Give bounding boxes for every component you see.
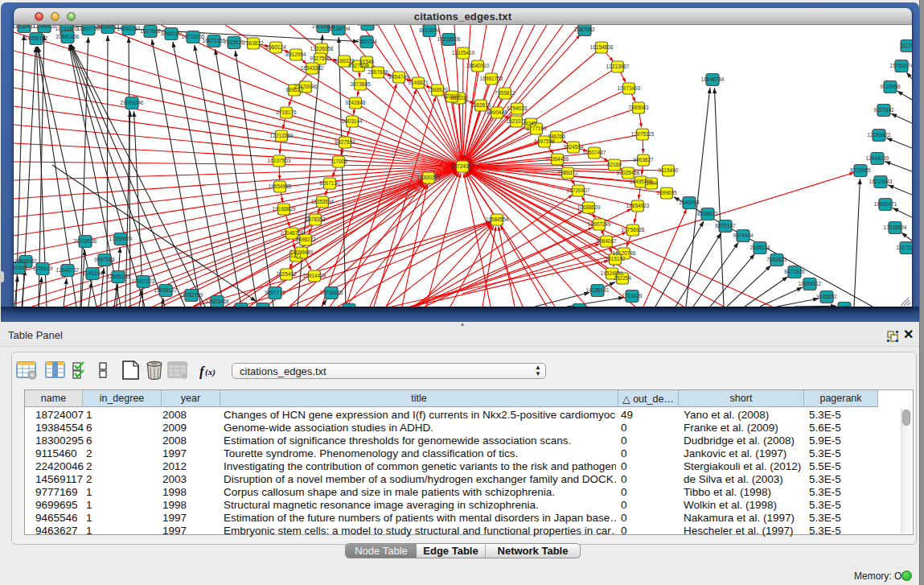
svg-text:13226058: 13226058	[310, 46, 334, 51]
svg-text:9327500: 9327500	[310, 56, 331, 61]
svg-text:18640910: 18640910	[466, 63, 490, 68]
svg-text:12975115: 12975115	[631, 131, 655, 137]
svg-text:7515526: 7515526	[224, 39, 244, 45]
svg-text:7625402: 7625402	[276, 271, 297, 277]
svg-text:1640954: 1640954	[679, 200, 700, 205]
svg-text:12505135: 12505135	[107, 274, 130, 279]
svg-text:16210643: 16210643	[869, 179, 893, 184]
svg-text:15720407: 15720407	[567, 187, 590, 193]
svg-text:19218506: 19218506	[437, 36, 461, 42]
svg-text:19166829: 19166829	[273, 206, 296, 212]
svg-text:11325419: 11325419	[452, 50, 475, 56]
svg-text:12444139: 12444139	[866, 155, 889, 161]
svg-text:16648784: 16648784	[701, 76, 725, 82]
svg-text:7563822: 7563822	[243, 40, 264, 46]
svg-text:9245652: 9245652	[816, 294, 837, 299]
svg-text:12049416: 12049416	[33, 25, 56, 29]
svg-text:9645: 9645	[839, 305, 851, 307]
svg-text:3498222: 3498222	[295, 237, 316, 242]
svg-text:1621072: 1621072	[506, 118, 527, 124]
svg-text:1162615: 1162615	[471, 102, 491, 108]
svg-text:8912954: 8912954	[285, 51, 306, 57]
svg-text:10507487: 10507487	[583, 150, 606, 155]
svg-text:10958107: 10958107	[154, 287, 178, 293]
svg-text:5944: 5944	[646, 180, 658, 186]
svg-text:19584554: 19584554	[486, 216, 509, 222]
svg-text:8813054: 8813054	[419, 27, 440, 33]
svg-text:391594: 391594	[14, 265, 27, 270]
svg-text:8267130: 8267130	[319, 180, 340, 186]
svg-text:14099489: 14099489	[290, 249, 314, 255]
svg-text:7955812: 7955812	[495, 90, 515, 96]
svg-text:9227342: 9227342	[873, 107, 894, 113]
svg-text:17016504: 17016504	[884, 225, 907, 230]
svg-text:18724007: 18724007	[451, 163, 474, 169]
svg-text:21044212: 21044212	[97, 25, 120, 30]
svg-text:12213967: 12213967	[606, 64, 630, 69]
svg-text:8960124: 8960124	[265, 44, 286, 50]
svg-text:10688609: 10688609	[577, 204, 601, 210]
svg-text:16914479: 16914479	[303, 273, 326, 278]
svg-text:8990448: 8990448	[487, 109, 507, 115]
svg-text:11175: 11175	[900, 43, 912, 48]
svg-text:16961758: 16961758	[480, 76, 503, 81]
svg-text:9115460: 9115460	[659, 167, 679, 173]
svg-text:16120746: 16120746	[613, 250, 636, 256]
svg-text:8878352: 8878352	[305, 216, 326, 222]
svg-text:20691406: 20691406	[56, 34, 80, 39]
svg-text:717006: 717006	[330, 159, 347, 164]
svg-text:26535061: 26535061	[14, 258, 38, 264]
svg-text:10973493: 10973493	[618, 85, 641, 91]
svg-text:9129966: 9129966	[880, 84, 901, 89]
svg-text:17957223: 17957223	[132, 278, 155, 284]
svg-text:14136141: 14136141	[586, 287, 610, 293]
svg-text:9463627: 9463627	[633, 157, 654, 163]
svg-text:9242848: 9242848	[345, 100, 366, 105]
svg-text:(x): (x)	[205, 367, 216, 377]
svg-text:16154808: 16154808	[590, 44, 614, 50]
svg-text:12923468: 12923468	[206, 299, 229, 304]
svg-text:19716485: 19716485	[320, 290, 343, 295]
svg-text:1733426: 1733426	[622, 293, 643, 299]
svg-text:7986372: 7986372	[557, 170, 578, 175]
svg-text:9777169: 9777169	[526, 126, 547, 131]
svg-text:252254: 252254	[614, 275, 631, 281]
svg-text:18134794: 18134794	[327, 26, 351, 31]
svg-text:2803144: 2803144	[342, 118, 363, 124]
svg-text:23420046: 23420046	[294, 84, 318, 89]
svg-text:15751074: 15751074	[890, 63, 912, 68]
svg-text:1615192: 1615192	[605, 256, 626, 262]
svg-text:8215955: 8215955	[850, 167, 871, 173]
svg-text:1588520: 1588520	[427, 87, 448, 93]
svg-text:7357224: 7357224	[356, 39, 377, 44]
svg-text:1145194: 1145194	[83, 270, 103, 276]
svg-text:31546: 31546	[359, 59, 374, 64]
svg-text:10046756: 10046756	[281, 230, 304, 236]
svg-text:6794028: 6794028	[507, 105, 528, 111]
svg-text:10719155: 10719155	[182, 34, 205, 39]
svg-text:9146821: 9146821	[408, 80, 429, 85]
svg-text:2087682: 2087682	[574, 27, 595, 32]
svg-text:3673685: 3673685	[350, 81, 371, 87]
svg-text:8427552: 8427552	[335, 139, 355, 145]
svg-text:7632621: 7632621	[766, 257, 787, 262]
svg-text:8938923: 8938923	[697, 211, 718, 216]
svg-text:20364486: 20364486	[546, 156, 569, 162]
svg-text:2867608: 2867608	[368, 69, 388, 75]
svg-text:10025458: 10025458	[617, 170, 640, 175]
svg-text:6497568: 6497568	[534, 138, 555, 144]
svg-text:8454749: 8454749	[388, 74, 409, 80]
svg-text:16107553: 16107553	[268, 158, 291, 163]
svg-text:9657771: 9657771	[265, 290, 285, 295]
svg-text:20161: 20161	[256, 306, 270, 307]
svg-text:822037: 822037	[443, 93, 461, 99]
svg-text:16543382: 16543382	[301, 65, 324, 71]
svg-text:2935114: 2935114	[750, 245, 770, 250]
svg-text:62160: 62160	[607, 162, 622, 167]
svg-text:16782759: 16782759	[180, 292, 203, 298]
svg-text:9084067: 9084067	[596, 238, 617, 244]
svg-text:9416905: 9416905	[357, 25, 378, 27]
svg-text:10731805: 10731805	[55, 26, 79, 31]
svg-text:16671355: 16671355	[203, 38, 226, 43]
svg-text:19654923: 19654923	[626, 203, 650, 208]
